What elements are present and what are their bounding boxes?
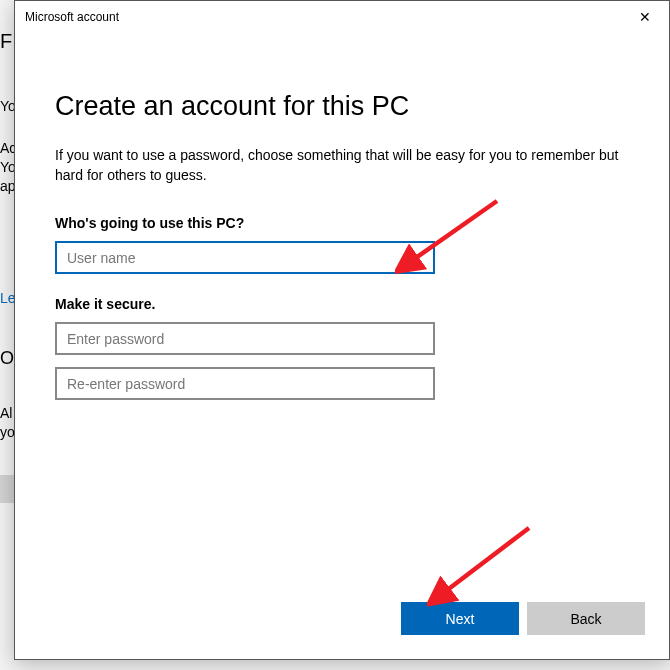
bg-frag: Ac (0, 140, 14, 156)
bg-frag: Yo (0, 159, 14, 175)
microsoft-account-dialog: Microsoft account ✕ Create an account fo… (14, 0, 670, 660)
username-input[interactable] (55, 241, 435, 274)
bg-frag: O (0, 348, 14, 369)
password-section-label: Make it secure. (55, 296, 629, 312)
bg-frag: ap (0, 178, 14, 194)
bg-frag-bar (0, 475, 14, 503)
titlebar-title: Microsoft account (25, 10, 119, 24)
password-input[interactable] (55, 322, 435, 355)
bg-frag-link: Le (0, 290, 14, 306)
password-confirm-input[interactable] (55, 367, 435, 400)
page-title: Create an account for this PC (55, 91, 629, 122)
close-icon[interactable]: ✕ (629, 1, 661, 33)
buttonbar: Next Back (15, 602, 669, 659)
bg-frag: Yo (0, 98, 14, 114)
titlebar: Microsoft account ✕ (15, 1, 669, 33)
dialog-content: Create an account for this PC If you wan… (15, 33, 669, 602)
page-description: If you want to use a password, choose so… (55, 146, 629, 185)
bg-frag: yo (0, 424, 14, 440)
next-button[interactable]: Next (401, 602, 519, 635)
username-section-label: Who's going to use this PC? (55, 215, 629, 231)
back-button[interactable]: Back (527, 602, 645, 635)
bg-frag: F (0, 30, 14, 53)
bg-frag: Al (0, 405, 14, 421)
